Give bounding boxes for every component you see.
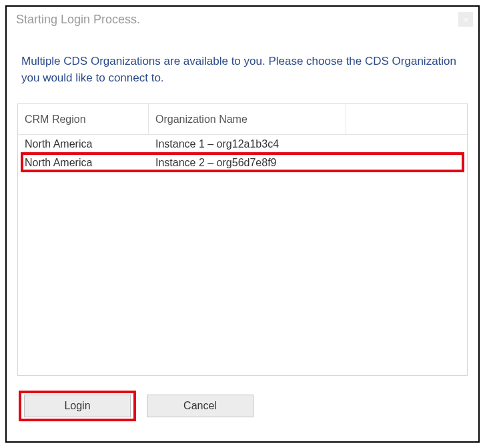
window-title: Starting Login Process. [16,13,140,27]
content-area: Multiple CDS Organizations are available… [7,31,478,441]
cell-org: Instance 1 – org12a1b3c4 [149,137,467,152]
close-icon[interactable]: × [458,12,473,27]
col-header-org[interactable]: Organization Name [149,104,346,134]
cancel-button[interactable]: Cancel [147,395,254,417]
cell-region: North America [18,137,149,152]
dialog-window: Starting Login Process. × Multiple CDS O… [5,5,480,443]
button-row: Login Cancel [17,376,468,425]
grid-header-row: CRM Region Organization Name [18,104,467,135]
login-button[interactable]: Login [24,395,131,417]
col-header-empty [346,104,467,134]
titlebar: Starting Login Process. × [7,7,478,31]
table-row[interactable]: North AmericaInstance 1 – org12a1b3c4 [18,135,467,154]
col-header-region[interactable]: CRM Region [18,104,149,134]
cell-org: Instance 2 – org56d7e8f9 [149,156,467,170]
cell-region: North America [18,156,149,170]
instructions-text: Multiple CDS Organizations are available… [17,53,468,86]
org-grid: CRM Region Organization Name North Ameri… [17,103,468,376]
table-row[interactable]: North AmericaInstance 2 – org56d7e8f9 [18,154,467,172]
grid-body: North AmericaInstance 1 – org12a1b3c4Nor… [18,135,467,375]
